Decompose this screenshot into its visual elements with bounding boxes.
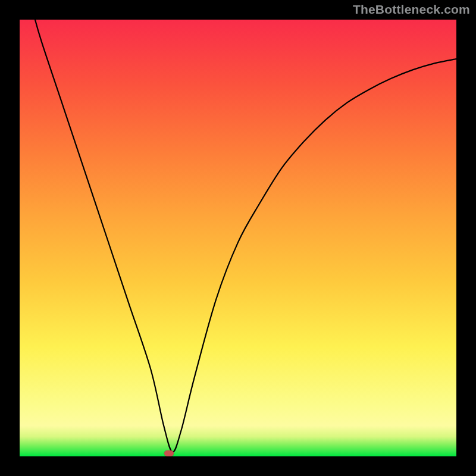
plot-area: [20, 20, 456, 456]
minimum-marker: [164, 450, 174, 456]
watermark-text: TheBottleneck.com: [353, 2, 470, 17]
chart-frame: TheBottleneck.com: [0, 0, 476, 476]
bottleneck-curve: [20, 20, 456, 456]
